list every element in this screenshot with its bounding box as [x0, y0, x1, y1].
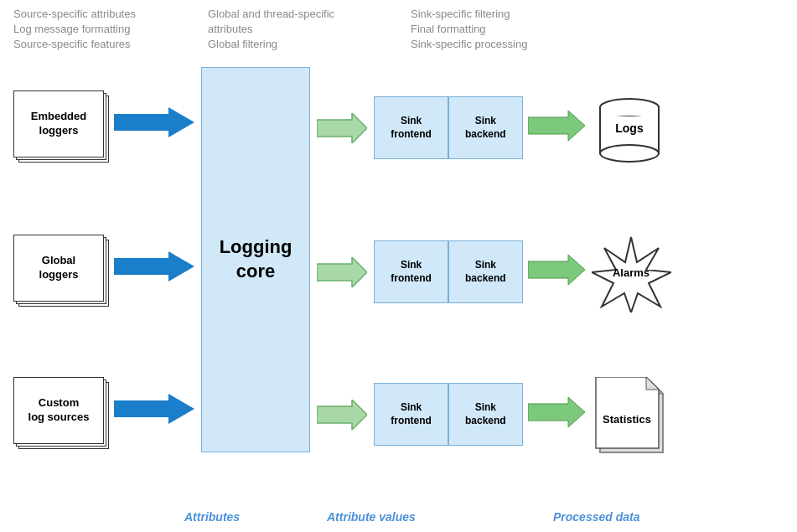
source-global: Globalloggers: [13, 235, 114, 310]
footer-processed-data: Processed data: [553, 510, 640, 524]
sink-backend-1: Sinkbackend: [449, 97, 522, 158]
arrow-custom-to-core: [114, 394, 194, 424]
arrow-global-to-core: [114, 251, 194, 281]
footer-attribute-values: Attribute values: [327, 510, 416, 524]
source-embedded-label: Embeddedloggers: [13, 90, 104, 158]
sink-pair-2: Sinkfrontend Sinkbackend: [374, 240, 523, 303]
output-logs: Logs: [592, 90, 667, 166]
svg-text:Alarms: Alarms: [613, 266, 650, 279]
arrow-core-to-sink3: [317, 400, 367, 430]
footer-attributes: Attributes: [184, 510, 240, 524]
sink-frontend-3: Sinkfrontend: [375, 384, 448, 445]
arrow-sink2-to-alarms: [528, 255, 585, 285]
source-global-label: Globalloggers: [13, 235, 104, 302]
arrow-sink3-to-stats: [528, 397, 585, 427]
sink-pair-1: Sinkfrontend Sinkbackend: [374, 96, 523, 159]
svg-rect-6: [601, 107, 658, 116]
svg-marker-1: [317, 113, 367, 143]
svg-text:Statistics: Statistics: [603, 413, 651, 426]
svg-text:Logs: Logs: [615, 121, 644, 135]
arrow-embedded-to-core: [114, 107, 194, 137]
source-embedded: Embeddedloggers: [13, 90, 114, 166]
source-custom-label: Customlog sources: [13, 377, 104, 444]
header-col2: Global and thread-specificattributesGlob…: [208, 7, 375, 53]
source-custom: Customlog sources: [13, 377, 114, 452]
svg-marker-0: [114, 107, 194, 137]
sink-backend-3: Sinkbackend: [449, 384, 522, 445]
svg-marker-10: [528, 255, 585, 285]
svg-marker-9: [317, 257, 367, 287]
svg-marker-13: [114, 394, 194, 424]
header-col1: Source-specific attributesLog message fo…: [13, 7, 198, 53]
sink-frontend-2: Sinkfrontend: [375, 241, 448, 302]
output-statistics: Statistics: [592, 377, 671, 457]
svg-marker-19: [646, 377, 659, 390]
svg-marker-14: [317, 400, 367, 430]
svg-point-5: [600, 145, 659, 162]
svg-marker-2: [528, 111, 585, 141]
arrow-core-to-sink2: [317, 257, 367, 287]
svg-marker-15: [528, 397, 585, 427]
sink-frontend-1: Sinkfrontend: [375, 97, 448, 158]
svg-marker-8: [114, 251, 194, 281]
arrow-sink1-to-logs: [528, 111, 585, 141]
sink-pair-3: Sinkfrontend Sinkbackend: [374, 383, 523, 446]
arrow-core-to-sink1: [317, 113, 367, 143]
output-alarms: Alarms: [592, 233, 671, 312]
header-col3: Sink-specific filteringFinal formattingS…: [411, 7, 595, 53]
sink-backend-2: Sinkbackend: [449, 241, 522, 302]
diagram: Source-specific attributesLog message fo…: [0, 0, 797, 532]
logging-core: Logging core: [201, 67, 310, 452]
